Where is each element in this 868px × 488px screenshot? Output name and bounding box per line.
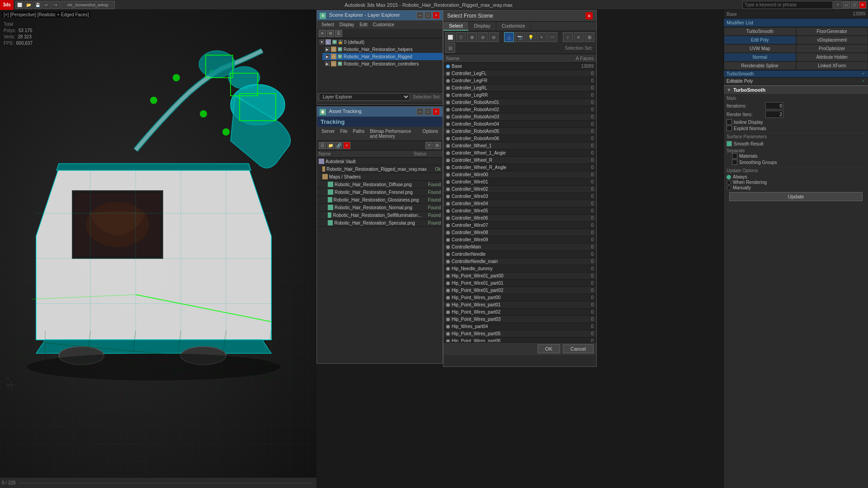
se-edit[interactable]: Edit [357, 21, 370, 28]
at-tb3[interactable]: 🔗 [335, 142, 342, 149]
sfs-list-item[interactable]: Controller_RobotArm010 [443, 99, 596, 106]
sfs-list-item[interactable]: Controller_RobotArm060 [443, 135, 596, 142]
sfs-tab-customize[interactable]: Customize [496, 22, 531, 31]
new-btn[interactable]: ⬜ [15, 1, 24, 9]
sfs-list-item[interactable]: Hip_Point_Wires_part030 [443, 316, 596, 323]
at-map-0[interactable]: Robotic_Hair_Restoration_Diffuse.png Fou… [317, 181, 443, 188]
at-map-1[interactable]: Robotic_Hair_Restoration_Fresnel.png Fou… [317, 188, 443, 196]
sfs-list-item[interactable]: Controller_Wire070 [443, 222, 596, 229]
mod-attrholder[interactable]: Attribute Holder [796, 53, 868, 61]
smoothing-groups-cb[interactable] [732, 160, 737, 165]
sfs-list-item[interactable]: Controller_LegRL0 [443, 84, 596, 92]
mod-editpoly[interactable]: Edit Poly [724, 36, 796, 44]
sfs-list-item[interactable]: Hip_Point_Wire01_part010 [443, 280, 596, 287]
when-rendering-radio[interactable] [726, 180, 731, 185]
sfs-cam-icon[interactable]: 📷 [515, 32, 525, 42]
sfs-geo-icon[interactable]: △ [504, 32, 514, 42]
sfs-list-item[interactable]: Controller_Wire040 [443, 200, 596, 207]
explicit-normals-cb[interactable] [726, 126, 732, 131]
obj-expand-1[interactable]: ▶ [325, 47, 330, 52]
sfs-list-item[interactable]: Hip_Needle_dummy0 [443, 265, 596, 272]
sfs-collapse-icon[interactable]: ⊟ [445, 43, 455, 53]
mod-rendspline[interactable]: Renderable Spline [724, 61, 796, 70]
at-help[interactable]: ? [425, 142, 433, 149]
redo-btn[interactable]: ↪ [52, 1, 60, 9]
sfs-all-icon[interactable]: ⊕ [467, 32, 477, 42]
tree-item-rigged[interactable]: ▶ O 👁 Robotic_Hair_Restoration_Rigged [322, 53, 443, 60]
render-iters-input[interactable] [765, 111, 783, 118]
minimize-btn[interactable]: ─ [843, 1, 850, 9]
at-map-3[interactable]: Robotic_Hair_Restoration_Normal.png Foun… [317, 204, 443, 211]
mod-floorgeo[interactable]: FloorGenerator [796, 27, 868, 36]
close-btn[interactable]: ✕ [859, 1, 866, 9]
sfs-list-item[interactable]: Controller_Wire060 [443, 215, 596, 222]
lock-icon[interactable]: 🔒 [338, 40, 343, 44]
sfs-list-item[interactable]: Hip_Wires_part040 [443, 323, 596, 330]
layer-dropdown[interactable]: Layer Explorer [319, 93, 410, 101]
sfs-list-item[interactable]: Hip_Point_Wire01_part020 [443, 287, 596, 294]
sfs-list-item[interactable]: Controller_LegFL0 [443, 70, 596, 77]
at-bitmap[interactable]: Bitmap Performance and Memory [367, 128, 420, 140]
smooth-result-cb[interactable] [726, 141, 732, 146]
obj-expand-2[interactable]: ▶ [325, 54, 330, 59]
tree-item-helpers[interactable]: ▶ O 👁 Robotic_Hair_Restoration_helpers [322, 46, 443, 53]
at-maximize[interactable]: □ [425, 108, 432, 115]
at-minimize[interactable]: ─ [416, 108, 424, 115]
at-options[interactable]: Options [420, 128, 441, 140]
sfs-list-item[interactable]: Controller_Wire000 [443, 171, 596, 178]
sfs-list-item[interactable]: ControllerNeedle0 [443, 251, 596, 258]
at-file[interactable]: Robotic_Hair_Restoration_Rigged_max_vray… [321, 165, 443, 173]
sfs-list-item[interactable]: Controller_RobotArm050 [443, 128, 596, 135]
sfs-list-item[interactable]: Controller_LegRR0 [443, 92, 596, 99]
sfs-close-btn[interactable]: ✕ [585, 12, 593, 19]
sfs-helper-icon[interactable]: + [537, 32, 547, 42]
viewport[interactable]: + Y [+] [Perspective] [Realistic + Edged… [0, 10, 316, 488]
eye-icon[interactable]: 👁 [332, 40, 337, 44]
sfs-list-item[interactable]: Controller_Wheel_1_Angle0 [443, 150, 596, 157]
isoline-cb[interactable] [726, 119, 732, 125]
sfs-list-item[interactable]: Base13089 [443, 63, 596, 70]
sfs-expand-icon[interactable]: ⊞ [585, 32, 594, 42]
open-btn[interactable]: 📂 [24, 1, 33, 9]
at-tb4[interactable]: ✕ [343, 142, 350, 149]
sfs-select-icon[interactable]: ⬜ [445, 32, 455, 42]
sfs-invert-icon[interactable]: ⊘ [489, 32, 499, 42]
sfs-sort-icon[interactable]: ↕ [563, 32, 573, 42]
sfs-none-icon[interactable]: ⊖ [478, 32, 488, 42]
expand-icon[interactable]: ▼ [320, 40, 324, 44]
always-radio[interactable] [726, 175, 731, 179]
sfs-list-item[interactable]: Hip_Point_Wires_part010 [443, 301, 596, 309]
sfs-list-item[interactable]: Controller_RobotArm030 [443, 113, 596, 121]
materials-cb[interactable] [732, 153, 737, 159]
iterations-input[interactable] [765, 102, 783, 109]
se-tb2[interactable]: ⚙ [327, 30, 334, 37]
maximize-btn[interactable]: □ [851, 1, 858, 9]
sfs-list-item[interactable]: Controller_Wheel_R_Angle0 [443, 164, 596, 171]
sfs-list-item[interactable]: Controller_Wire020 [443, 186, 596, 193]
eye-icon-3[interactable]: 👁 [338, 61, 342, 66]
sfs-list-item[interactable]: Controller_Wheel_R0 [443, 157, 596, 164]
at-maps-folder[interactable]: Maps / Shaders [321, 173, 443, 181]
mod-uvwmap[interactable]: UVW Map [724, 44, 796, 53]
at-tb2[interactable]: 📁 [327, 142, 334, 149]
sfs-list-item[interactable]: ControllerMain0 [443, 244, 596, 251]
at-map-2[interactable]: Robotic_Hair_Restoration_Glossiness.png … [317, 196, 443, 204]
at-vault[interactable]: Autodesk Vault [317, 158, 443, 165]
sfs-list-item[interactable]: Controller_RobotArm040 [443, 121, 596, 128]
sfs-list-item[interactable]: Controller_Wire050 [443, 207, 596, 215]
sfs-list-item[interactable]: Hip_Point_Wires_part020 [443, 309, 596, 316]
sfs-list-item[interactable]: Controller_Wire010 [443, 178, 596, 186]
sfs-list-item[interactable]: ControllerNeedle_main0 [443, 258, 596, 265]
sfs-tab-select[interactable]: Select [443, 22, 469, 31]
se-minimize[interactable]: ─ [416, 12, 424, 19]
se-close[interactable]: ✕ [433, 12, 440, 19]
sfs-filter-icon[interactable]: ▽ [456, 32, 466, 42]
mod-normal[interactable]: Normal [724, 53, 796, 61]
search-input[interactable] [742, 1, 833, 9]
at-map-4[interactable]: Robotic_Hair_Restoration_SelfIlluminatio… [317, 211, 443, 219]
ts-expand[interactable]: ▼ [726, 87, 731, 93]
sfs-list-item[interactable]: Controller_LegFR0 [443, 77, 596, 84]
sfs-list-item[interactable]: Controller_Wire030 [443, 193, 596, 200]
se-customize[interactable]: Customize [370, 21, 397, 28]
eye-icon-1[interactable]: 👁 [338, 47, 342, 52]
